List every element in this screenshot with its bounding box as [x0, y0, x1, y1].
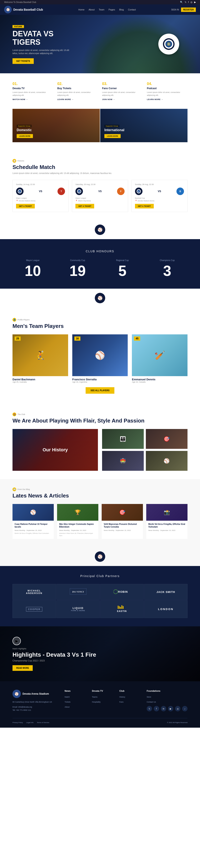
social-facebook[interactable]: f [154, 706, 159, 711]
players-title: Men's Team Players [12, 323, 188, 329]
footer-bottom: Privacy Policy Legal Info Terms of Servi… [12, 718, 188, 723]
news-section: 📰 From Our Blog Lates News & Articles ⚾ … [0, 479, 200, 547]
nav-logo[interactable]: ⚾ Devata Baseball Club [4, 6, 43, 13]
footer-link-tv-teams[interactable]: Teams [92, 696, 97, 698]
feature-title-2: Buy Tickets [57, 87, 98, 90]
feature-number-3: 03. [102, 82, 143, 86]
history-overlay-text: Our History [42, 447, 68, 453]
feature-link-3[interactable]: JOIN NOW → [102, 98, 143, 100]
footer-link-found-store[interactable]: Store [147, 696, 151, 698]
nav-about[interactable]: About [88, 8, 94, 11]
news-card-1[interactable]: ⚾ Cuae Ratione Pulvinar Ut Tempor Iaculi… [12, 504, 54, 539]
news-desc-2: Interdum Vitae Nunc At, Pharetra Ullamco… [59, 532, 96, 537]
domestic-supporter-card[interactable]: Supporter Group Domestic LEARN MORE [12, 109, 100, 142]
social-linkedin[interactable]: in [161, 706, 166, 711]
nav-home[interactable]: Home [78, 8, 84, 11]
top-bar-message: Welcome To Devata Baseball Club [4, 1, 36, 3]
feature-link-2[interactable]: LEARN MORE → [57, 98, 98, 100]
read-more-button[interactable]: READ MORE [12, 665, 33, 671]
honours-numbers: 10 19 5 3 [12, 264, 188, 278]
news-card-2[interactable]: 🏆 Nbc Elec Integer Commodo Sapien Bibend… [57, 504, 98, 539]
social-instagram[interactable]: ◎ [175, 706, 181, 711]
players-cta-container: SEE ALL PLAYERS [12, 387, 188, 394]
footer-link-tv-hosp[interactable]: Hospitality [92, 701, 101, 703]
social-youtube[interactable]: ▶ [168, 706, 173, 711]
match-date-2: Saturday, 20 Aug, 22:30 [75, 183, 124, 185]
footer-col-3: Club History Fans [119, 690, 141, 712]
social-tiktok[interactable]: ♪ [182, 706, 188, 711]
facebook-icon[interactable]: f [188, 1, 189, 4]
feature-desc-1: Lorem ipsum dolor sit amet, consectetur … [12, 91, 53, 97]
feature-link-4[interactable]: LEARN MORE → [147, 98, 188, 100]
team-logo-away-2: F [117, 188, 125, 195]
domestic-tag: Supporter Group [17, 125, 32, 127]
footer-top: ⚾ Devata Arena Stadium 80 Canterbury Dri… [12, 690, 188, 712]
schedule-section: ⚾ Fixtures Schedulle Match Lorem ipsum d… [0, 151, 200, 220]
schedule-title: Schedulle Match [12, 164, 188, 170]
feature-4: 04. Podcast Lorem ipsum dolor sit amet, … [147, 82, 188, 100]
venue-pin-icon-2: 📍 [75, 200, 78, 202]
footer-link-found-contact[interactable]: Contact Us [147, 701, 156, 703]
nav-pages[interactable]: Pages [109, 8, 115, 11]
honours-labels: Mayor League Community Cup Regional Cup … [12, 259, 188, 261]
match-teams-2: D VS F [75, 188, 124, 195]
see-all-players-button[interactable]: SEE ALL PLAYERS [86, 387, 115, 394]
footer-brand: ⚾ Devata Arena Stadium 80 Canterbury Dri… [12, 690, 58, 712]
social-twitter[interactable]: 𝕏 [147, 706, 152, 711]
footer-link-club-fans[interactable]: Fans [119, 701, 124, 703]
highlights-title: Highlights - Devata 3 Vs 1 Fire [12, 651, 96, 658]
players-grid: 🤾 25 Daniel Bachmann Age 25, Australia ⚾… [12, 334, 188, 383]
player-name-1: Daniel Bachmann [12, 378, 68, 381]
footer-link-news-match2[interactable]: Tickets [65, 701, 70, 703]
register-button[interactable]: REGISTER [181, 7, 196, 12]
footer-terms[interactable]: Terms of Service [37, 722, 49, 723]
player-info-2: Age 16, Argentina [72, 381, 128, 383]
news-card-4[interactable]: 📸 Morbi Vel Arcu Fringilla, Efficitur Er… [146, 504, 188, 539]
svg-text:D: D [79, 191, 80, 192]
news-body-3: Velit Maecenas Posuere Dictumst Turpis C… [102, 521, 143, 534]
get-ticket-button-3[interactable]: GET A TICKET [135, 204, 154, 209]
player-number-3: 45 [134, 337, 140, 341]
international-supporter-card[interactable]: Supporter Group International LEARN MORE [100, 109, 188, 142]
svg-rect-28 [118, 606, 119, 609]
partner-name-6: LIQUID FURN & MORE [71, 607, 85, 612]
team-logo-away-3: B [176, 188, 184, 195]
footer-link-club-history[interactable]: History [119, 696, 125, 698]
team-logo-home-2: D [75, 188, 83, 195]
svg-text:D: D [138, 191, 139, 192]
feature-title-1: Devata TV [12, 87, 53, 90]
get-ticket-button-2[interactable]: GET A TICKET [75, 204, 94, 209]
youtube-icon[interactable]: ▶ [194, 1, 196, 4]
instagram-icon[interactable]: ◎ [190, 1, 193, 4]
get-tickets-button[interactable]: GET TICKETS [12, 58, 34, 64]
footer-link-news-match[interactable]: Match [65, 696, 70, 698]
play-button[interactable]: ▶ [12, 637, 21, 645]
news-card-3[interactable]: 🎯 Velit Maecenas Posuere Dictumst Turpis… [102, 504, 143, 539]
international-learn-more[interactable]: LEARN MORE [105, 134, 121, 138]
svg-rect-30 [120, 607, 121, 609]
history-overlay: Our History [12, 429, 98, 471]
top-bar: Welcome To Devata Baseball Club 🔍 𝕏 f ◎ … [0, 0, 200, 4]
venue-pin-icon-3: 📍 [135, 200, 137, 202]
nav-blog[interactable]: Blog [119, 8, 124, 11]
nav-team[interactable]: Team [99, 8, 105, 11]
player-info-1: Age 25, Australia [12, 381, 68, 383]
get-ticket-button-1[interactable]: GET A TICKET [16, 204, 35, 209]
schedule-tag-icon: ⚾ [12, 159, 16, 163]
footer-privacy[interactable]: Privacy Policy [12, 722, 23, 723]
partner-jack-smith: JACK SMITH [144, 584, 188, 600]
domestic-learn-more[interactable]: LEARN MORE [17, 134, 33, 138]
signin-button[interactable]: SIGN IN [171, 8, 179, 11]
footer-link-news-about[interactable]: About [65, 706, 70, 708]
twitter-icon[interactable]: 𝕏 [185, 1, 187, 4]
search-icon[interactable]: 🔍 [180, 1, 183, 4]
feature-link-1[interactable]: WATCH NOW → [12, 98, 53, 100]
partner-london: LONDON [144, 600, 188, 618]
nav-contact[interactable]: Contact [128, 8, 136, 11]
hero-team-logo: D [158, 34, 179, 55]
svg-text:B: B [179, 190, 181, 192]
divider-logo: ⚾ [0, 220, 200, 239]
history-content-grid: Our History 👨‍👩‍👧 🎯 🏟️ ⚾ [12, 429, 188, 471]
footer-legal[interactable]: Legal Info [26, 722, 34, 723]
international-title: International [105, 128, 124, 132]
